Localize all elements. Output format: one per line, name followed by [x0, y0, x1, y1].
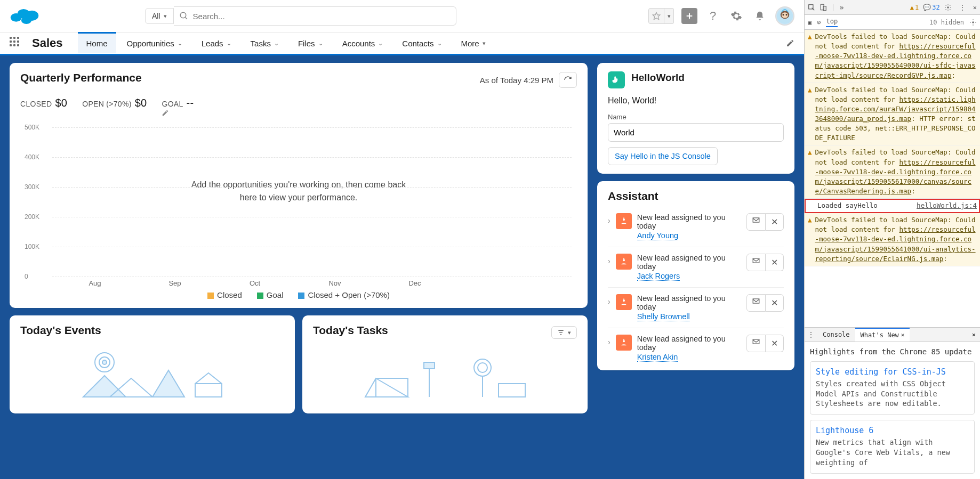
hand-icon — [612, 75, 621, 85]
svg-rect-23 — [424, 362, 435, 369]
hw-name-input[interactable] — [608, 123, 784, 142]
app-launcher-button[interactable] — [10, 37, 22, 50]
email-button[interactable] — [746, 254, 766, 271]
expand-icon[interactable]: › — [608, 216, 611, 225]
svg-point-4 — [180, 12, 186, 18]
global-search[interactable] — [174, 6, 456, 26]
dismiss-button[interactable]: ✕ — [766, 294, 784, 312]
sourcemap-link[interactable]: https://static.lightning.force.com/auraF… — [815, 95, 976, 123]
search-input[interactable] — [193, 12, 451, 21]
lead-link[interactable]: Andy Young — [637, 231, 678, 240]
tasks-filter-dropdown[interactable]: ▾ — [551, 326, 577, 339]
favorite-star-button[interactable] — [648, 8, 664, 24]
email-button[interactable] — [746, 335, 766, 352]
nav-opportunities[interactable]: Opportunities⌄ — [118, 34, 191, 53]
svg-point-16 — [102, 360, 107, 364]
lead-link[interactable]: Kristen Akin — [637, 353, 678, 362]
gear-icon — [944, 4, 952, 11]
assistant-card: Assistant › New lead assigned to you tod… — [597, 181, 794, 370]
nav-leads[interactable]: Leads⌄ — [193, 34, 240, 53]
devtools-settings-button[interactable] — [944, 4, 952, 11]
chevron-down-icon: ⌄ — [437, 40, 442, 47]
dismiss-button[interactable]: ✕ — [766, 213, 784, 231]
hw-greeting: Hello, World! — [608, 96, 784, 105]
console-context[interactable]: top — [826, 18, 838, 27]
assistant-item: › New lead assigned to you todayAndy You… — [608, 207, 784, 247]
svg-point-28 — [623, 218, 625, 221]
lead-icon — [616, 213, 632, 229]
nav-tasks[interactable]: Tasks⌄ — [242, 34, 287, 53]
user-avatar[interactable] — [775, 6, 794, 26]
edit-nav-button[interactable] — [786, 39, 794, 47]
warning-icon: ▲ — [808, 215, 812, 264]
edit-goal-button[interactable] — [162, 109, 198, 117]
salesforce-logo[interactable] — [10, 5, 39, 27]
inspect-element-button[interactable] — [808, 4, 815, 11]
assistant-item: › New lead assigned to you todayKristen … — [608, 328, 784, 368]
nav-more[interactable]: More▾ — [453, 34, 494, 53]
sourcemap-link[interactable]: https://resourceful-moose-7wv118-dev-ed.… — [815, 225, 976, 262]
lead-link[interactable]: Jack Rogers — [637, 272, 680, 281]
devtools-menu-button[interactable]: ⋮ — [956, 4, 969, 11]
console-settings-button[interactable] — [969, 19, 977, 26]
expand-icon[interactable]: › — [608, 338, 611, 346]
drawer-tab-console[interactable]: Console — [817, 328, 855, 342]
chevron-down-icon: ▾ — [668, 13, 671, 20]
dismiss-button[interactable]: ✕ — [766, 254, 784, 271]
close-icon: ✕ — [771, 339, 778, 348]
warning-icon: ▲ — [808, 32, 812, 80]
svg-marker-32 — [623, 258, 624, 259]
devtools-close-button[interactable]: ✕ — [973, 4, 977, 11]
sourcemap-link[interactable]: https://resourceful-moose-7wv118-dev-ed.… — [815, 42, 976, 79]
warnings-count[interactable]: ▲1 — [910, 4, 919, 11]
chevron-down-icon: ⌄ — [274, 40, 279, 47]
lead-link[interactable]: Shelly Brownell — [637, 312, 690, 321]
pencil-icon — [786, 39, 794, 47]
close-icon: ✕ — [771, 258, 778, 267]
console-warning: ▲DevTools failed to load SourceMap: Coul… — [805, 30, 980, 83]
assistant-title: Assistant — [608, 190, 784, 202]
console-clear-button[interactable]: ⊘ — [817, 19, 821, 26]
todays-events-card: Today's Events — [10, 315, 295, 413]
nav-contacts[interactable]: Contacts⌄ — [393, 34, 450, 53]
sourcemap-link[interactable]: https://resourceful-moose-7wv118-dev-ed.… — [815, 158, 976, 195]
console-play-button[interactable]: ▣ — [808, 19, 812, 26]
expand-icon[interactable]: › — [608, 297, 611, 306]
device-icon — [820, 4, 827, 11]
whatsnew-card-title[interactable]: Lighthouse 6 — [816, 426, 969, 435]
svg-line-5 — [185, 17, 187, 19]
add-button[interactable] — [681, 8, 697, 24]
messages-count[interactable]: 💬32 — [923, 4, 939, 11]
dismiss-button[interactable]: ✕ — [766, 335, 784, 352]
nav-home[interactable]: Home — [78, 32, 116, 53]
whatsnew-card-title[interactable]: Style editing for CSS-in-JS — [816, 367, 969, 377]
email-button[interactable] — [746, 294, 766, 312]
svg-point-43 — [947, 6, 949, 9]
source-link[interactable]: helloWorld.js:4 — [917, 201, 977, 210]
drawer-menu-button[interactable]: ⋮ — [805, 331, 817, 338]
drawer-close-button[interactable]: ✕ — [968, 331, 980, 338]
refresh-button[interactable] — [559, 72, 577, 88]
device-toggle-button[interactable] — [820, 4, 827, 11]
notifications-button[interactable] — [752, 8, 768, 24]
qp-asof: As of Today 4:29 PM — [480, 76, 553, 85]
qp-chart: Add the opportunities you're working on,… — [20, 122, 577, 287]
favorites-dropdown[interactable]: ▾ — [664, 8, 674, 24]
close-icon[interactable]: ✕ — [901, 331, 905, 338]
chevron-down-icon: ⌄ — [318, 40, 323, 47]
nav-accounts[interactable]: Accounts⌄ — [334, 34, 392, 53]
more-tabs-button[interactable]: » — [839, 3, 844, 12]
tasks-title: Today's Tasks — [313, 324, 388, 337]
quarterly-performance-card: Quarterly Performance As of Today 4:29 P… — [10, 63, 588, 308]
setup-gear-button[interactable] — [728, 8, 744, 24]
email-button[interactable] — [746, 213, 766, 231]
search-scope-dropdown[interactable]: All ▾ — [145, 8, 174, 24]
console-hidden-count[interactable]: 10 hidden — [929, 19, 964, 26]
svg-rect-36 — [753, 299, 759, 303]
drawer-tab-whatsnew[interactable]: What's New ✕ — [855, 328, 910, 342]
hw-say-hello-button[interactable]: Say Hello in the JS Console — [608, 147, 718, 165]
nav-files[interactable]: Files⌄ — [290, 34, 332, 53]
hw-field-label: Name — [608, 113, 784, 121]
help-button[interactable]: ? — [705, 8, 721, 24]
expand-icon[interactable]: › — [608, 257, 611, 265]
